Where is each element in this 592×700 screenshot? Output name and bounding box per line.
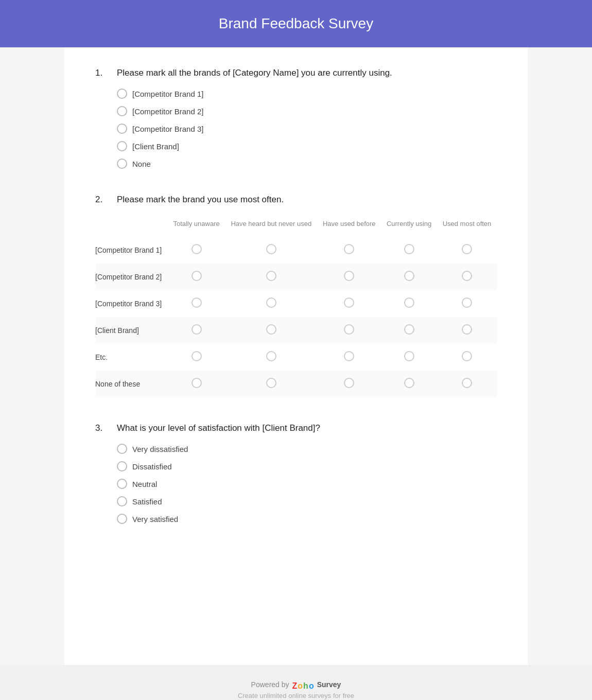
table-row: [Competitor Brand 3] <box>95 290 497 317</box>
radio-button[interactable] <box>191 378 202 388</box>
matrix-col-header-2: Have used before <box>317 215 381 237</box>
radio-button[interactable] <box>404 297 414 308</box>
zoho-letter-h: h <box>303 681 308 691</box>
radio-button[interactable] <box>462 378 472 388</box>
table-row: [Client Brand] <box>95 317 497 344</box>
matrix-col-header-4: Used most often <box>437 215 497 237</box>
question-1-number: 1. <box>95 68 111 78</box>
table-row: None of these <box>95 371 497 397</box>
question-3: 3. What is your level of satisfaction wi… <box>95 423 497 524</box>
radio-button[interactable] <box>266 324 276 335</box>
radio-button[interactable] <box>462 297 472 308</box>
question-2-number: 2. <box>95 195 111 205</box>
radio-button[interactable] <box>191 271 202 281</box>
radio-button[interactable] <box>191 324 202 335</box>
matrix-col-header-3: Currently using <box>381 215 437 237</box>
footer: Powered by Zoho Survey Create unlimited … <box>0 665 592 700</box>
radio-button[interactable] <box>344 351 354 361</box>
option-label: None <box>132 160 151 168</box>
option-label: Dissatisfied <box>132 462 172 471</box>
matrix-row-label: [Client Brand] <box>95 317 168 344</box>
matrix-col-header-blank <box>95 215 168 237</box>
radio-button[interactable] <box>404 378 414 388</box>
list-item[interactable]: [Competitor Brand 1] <box>117 89 497 99</box>
option-label: Very satisfied <box>132 515 178 523</box>
matrix-row-label: None of these <box>95 371 168 397</box>
header: Brand Feedback Survey <box>0 0 592 47</box>
radio-button[interactable] <box>344 271 354 281</box>
list-item[interactable]: Satisfied <box>117 496 497 506</box>
radio-button[interactable] <box>117 461 127 471</box>
matrix-row-label: [Competitor Brand 2] <box>95 264 168 290</box>
radio-button[interactable] <box>117 159 127 169</box>
zoho-logo: Zoho <box>292 681 314 691</box>
radio-button[interactable] <box>404 324 414 335</box>
radio-button[interactable] <box>462 324 472 335</box>
radio-button[interactable] <box>191 244 202 254</box>
survey-title: Brand Feedback Survey <box>10 15 582 32</box>
question-2: 2. Please mark the brand you use most of… <box>95 195 497 397</box>
option-label: Satisfied <box>132 497 162 506</box>
question-1-text: Please mark all the brands of [Category … <box>117 68 392 78</box>
table-row: [Competitor Brand 1] <box>95 237 497 264</box>
radio-button[interactable] <box>266 271 276 281</box>
option-label: [Client Brand] <box>132 142 179 151</box>
radio-button[interactable] <box>266 351 276 361</box>
radio-button[interactable] <box>344 324 354 335</box>
list-item[interactable]: None <box>117 159 497 169</box>
question-3-text: What is your level of satisfaction with … <box>117 423 320 433</box>
radio-button[interactable] <box>344 297 354 308</box>
list-item[interactable]: [Client Brand] <box>117 141 497 151</box>
matrix-table: Totally unaware Have heard but never use… <box>95 215 497 397</box>
zoho-letter-o2: o <box>309 681 314 691</box>
main-content: 1. Please mark all the brands of [Catego… <box>64 47 528 665</box>
radio-button[interactable] <box>117 89 127 99</box>
radio-button[interactable] <box>117 124 127 134</box>
option-label: Very dissatisfied <box>132 445 188 453</box>
matrix-row-label: [Competitor Brand 3] <box>95 290 168 317</box>
list-item[interactable]: Very dissatisfied <box>117 444 497 454</box>
list-item[interactable]: [Competitor Brand 3] <box>117 124 497 134</box>
question-1: 1. Please mark all the brands of [Catego… <box>95 68 497 169</box>
zoho-letter-z: Z <box>292 681 298 691</box>
matrix-col-header-1: Have heard but never used <box>225 215 317 237</box>
radio-button[interactable] <box>462 244 472 254</box>
radio-button[interactable] <box>191 351 202 361</box>
radio-button[interactable] <box>117 106 127 116</box>
radio-button[interactable] <box>266 378 276 388</box>
table-row: [Competitor Brand 2] <box>95 264 497 290</box>
table-row: Etc. <box>95 344 497 371</box>
list-item[interactable]: Very satisfied <box>117 514 497 524</box>
radio-button[interactable] <box>191 297 202 308</box>
radio-button[interactable] <box>117 479 127 489</box>
radio-button[interactable] <box>462 271 472 281</box>
radio-button[interactable] <box>404 271 414 281</box>
option-label: [Competitor Brand 1] <box>132 90 203 98</box>
radio-button[interactable] <box>344 244 354 254</box>
matrix-col-header-0: Totally unaware <box>168 215 225 237</box>
powered-by-text: Powered by <box>251 680 289 689</box>
radio-button[interactable] <box>117 496 127 506</box>
option-label: [Competitor Brand 2] <box>132 107 203 116</box>
radio-button[interactable] <box>462 351 472 361</box>
matrix-row-label: [Competitor Brand 1] <box>95 237 168 264</box>
survey-brand-suffix: Survey <box>317 680 341 689</box>
list-item[interactable]: [Competitor Brand 2] <box>117 106 497 116</box>
question-2-text: Please mark the brand you use most often… <box>117 195 284 205</box>
radio-button[interactable] <box>404 244 414 254</box>
radio-button[interactable] <box>344 378 354 388</box>
list-item[interactable]: Neutral <box>117 479 497 489</box>
zoho-letter-o1: o <box>298 681 303 691</box>
radio-button[interactable] <box>117 141 127 151</box>
radio-button[interactable] <box>117 444 127 454</box>
radio-button[interactable] <box>266 244 276 254</box>
question-3-number: 3. <box>95 423 111 433</box>
list-item[interactable]: Dissatisfied <box>117 461 497 471</box>
footer-tagline: Create unlimited online surveys for free <box>10 692 582 699</box>
radio-button[interactable] <box>266 297 276 308</box>
option-label: Neutral <box>132 480 157 488</box>
option-label: [Competitor Brand 3] <box>132 125 203 133</box>
radio-button[interactable] <box>117 514 127 524</box>
matrix-row-label: Etc. <box>95 344 168 371</box>
radio-button[interactable] <box>404 351 414 361</box>
